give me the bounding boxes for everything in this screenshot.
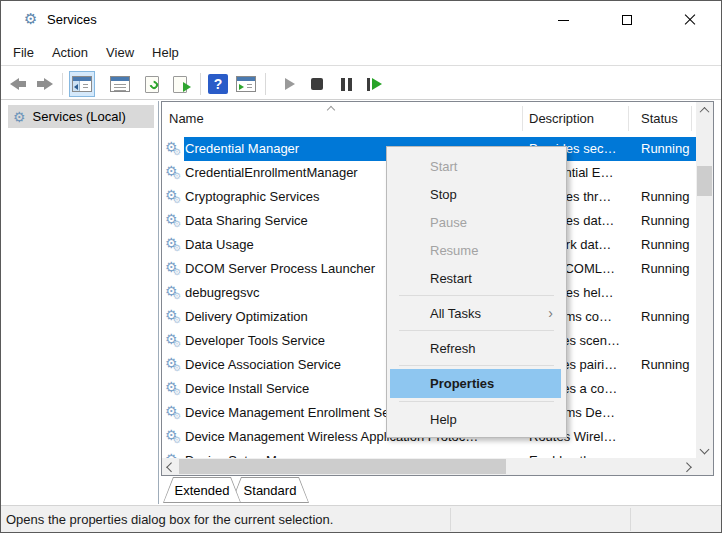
list-header: Name Description Status	[162, 102, 696, 135]
services-gear-icon: ⚙	[24, 11, 37, 27]
minimize-button[interactable]	[532, 1, 595, 39]
properties-toolbar-button[interactable]	[107, 71, 133, 97]
show-console-tree-button[interactable]	[69, 71, 95, 97]
scroll-left-icon[interactable]	[162, 458, 179, 475]
scroll-right-icon[interactable]	[679, 458, 696, 475]
menu-separator	[399, 401, 554, 402]
help-button[interactable]: ?	[205, 71, 231, 97]
column-header-description[interactable]: Description	[529, 111, 594, 126]
service-status: Running	[641, 357, 689, 372]
column-header-name[interactable]: Name	[169, 111, 204, 126]
service-gear-icon: ⚙⚙	[165, 332, 184, 351]
service-status: Running	[641, 141, 689, 156]
sidebar-item-services-local[interactable]: ⚙ Services (Local)	[8, 105, 154, 128]
context-menu: StartStopPauseResumeRestartAll Tasks›Ref…	[386, 146, 567, 438]
export-list-icon	[173, 76, 187, 93]
stop-service-icon	[311, 78, 323, 90]
close-icon	[684, 14, 696, 26]
service-gear-icon: ⚙⚙	[165, 236, 184, 255]
service-status: Running	[641, 213, 689, 228]
service-status: Running	[641, 309, 689, 324]
service-gear-icon: ⚙⚙	[165, 404, 184, 423]
pause-service-button[interactable]	[333, 71, 359, 97]
context-menu-item-all-tasks[interactable]: All Tasks›	[387, 299, 566, 327]
service-gear-icon: ⚙⚙	[165, 140, 184, 159]
scroll-down-icon[interactable]	[696, 441, 713, 458]
title-bar: ⚙ Services	[1, 1, 721, 39]
sort-ascending-icon	[327, 106, 335, 114]
help-icon: ?	[208, 74, 228, 94]
service-status: Running	[641, 261, 689, 276]
service-status: Running	[641, 237, 689, 252]
console-tree-pane: ⚙ Services (Local)	[1, 101, 159, 504]
tab-extended[interactable]: Extended	[163, 477, 241, 503]
restart-service-button[interactable]	[361, 71, 387, 97]
service-gear-icon: ⚙⚙	[165, 260, 184, 279]
forward-icon	[37, 78, 53, 90]
menu-separator	[399, 330, 554, 331]
extended-view-button[interactable]	[233, 71, 259, 97]
maximize-icon	[622, 15, 632, 25]
refresh-icon	[145, 76, 159, 93]
menu-help[interactable]: Help	[143, 39, 188, 65]
service-gear-icon: ⚙⚙	[165, 164, 184, 183]
start-service-button[interactable]	[277, 71, 303, 97]
context-menu-item-stop[interactable]: Stop	[387, 180, 566, 208]
stop-service-button[interactable]	[304, 71, 330, 97]
show-console-tree-icon	[72, 76, 92, 92]
context-menu-item-restart[interactable]: Restart	[387, 264, 566, 292]
window-title: Services	[47, 12, 97, 27]
start-service-icon	[285, 78, 295, 90]
refresh-button[interactable]	[139, 71, 165, 97]
service-gear-icon: ⚙⚙	[165, 380, 184, 399]
context-menu-item-properties[interactable]: Properties	[387, 369, 566, 398]
vertical-scroll-thumb[interactable]	[697, 166, 712, 196]
horizontal-scroll-thumb[interactable]	[179, 459, 506, 474]
context-menu-item-resume: Resume	[387, 236, 566, 264]
service-gear-icon: ⚙⚙	[165, 284, 184, 303]
extended-view-icon	[236, 76, 256, 92]
service-gear-icon: ⚙⚙	[165, 356, 184, 375]
service-row[interactable]: ⚙⚙Device Setup ManagerEnables the…	[162, 449, 696, 458]
status-bar: Opens the properties dialog box for the …	[1, 505, 721, 533]
service-gear-icon: ⚙⚙	[165, 308, 184, 327]
sidebar-item-label: Services (Local)	[33, 109, 126, 124]
vertical-scrollbar[interactable]	[696, 102, 713, 458]
service-gear-icon: ⚙⚙	[165, 212, 184, 231]
maximize-button[interactable]	[595, 1, 658, 39]
pause-service-icon	[341, 78, 352, 91]
forward-button[interactable]	[32, 71, 58, 97]
menu-separator	[399, 295, 554, 296]
services-window: ⚙ Services File Action View Help	[0, 0, 722, 533]
properties-icon	[110, 76, 130, 92]
service-gear-icon: ⚙⚙	[165, 428, 184, 447]
menu-bar: File Action View Help	[1, 39, 721, 66]
scroll-up-icon[interactable]	[696, 102, 713, 119]
column-header-status[interactable]: Status	[641, 111, 678, 126]
context-menu-item-help[interactable]: Help	[387, 405, 566, 433]
toolbar: ?	[1, 67, 721, 100]
context-menu-item-start: Start	[387, 152, 566, 180]
menu-action[interactable]: Action	[43, 39, 97, 65]
services-gear-icon: ⚙	[13, 110, 26, 124]
view-tabs: Extended Standard	[161, 476, 714, 504]
context-menu-item-pause: Pause	[387, 208, 566, 236]
restart-service-icon	[367, 78, 382, 91]
submenu-arrow-icon: ›	[548, 305, 553, 321]
minimize-icon	[558, 20, 569, 21]
menu-separator	[399, 365, 554, 366]
close-button[interactable]	[658, 1, 721, 39]
back-icon	[10, 78, 26, 90]
back-button[interactable]	[5, 71, 31, 97]
export-list-button[interactable]	[167, 71, 193, 97]
scrollbar-corner	[696, 458, 713, 475]
service-status: Running	[641, 189, 689, 204]
service-gear-icon: ⚙⚙	[165, 188, 184, 207]
menu-view[interactable]: View	[97, 39, 143, 65]
tab-standard[interactable]: Standard	[231, 477, 309, 503]
status-text: Opens the properties dialog box for the …	[6, 512, 333, 527]
context-menu-item-refresh[interactable]: Refresh	[387, 334, 566, 362]
horizontal-scrollbar[interactable]	[162, 458, 696, 475]
menu-file[interactable]: File	[4, 39, 43, 65]
